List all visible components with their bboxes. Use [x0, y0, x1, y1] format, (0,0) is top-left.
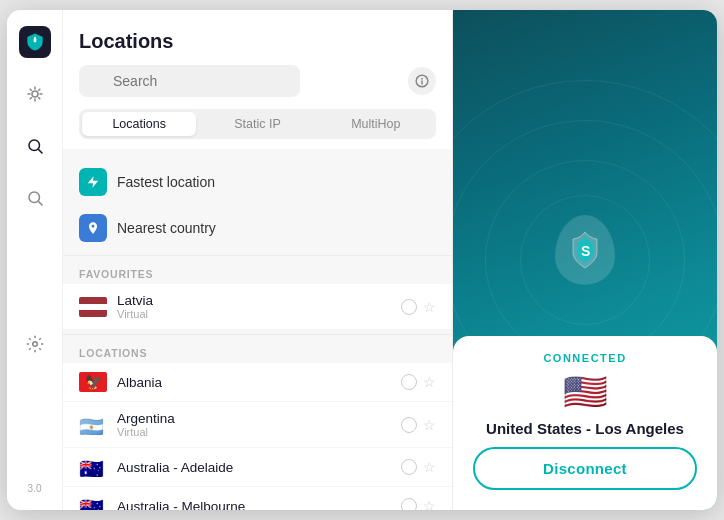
app-window: 3.0 Locations	[7, 10, 717, 510]
svg-point-5	[32, 341, 37, 346]
list-item[interactable]: 🇦🇺 Australia - Melbourne ☆	[63, 487, 452, 510]
connection-card: CONNECTED 🇺🇸 United States - Los Angeles…	[453, 336, 717, 510]
vpn-center-logo: S	[555, 215, 615, 285]
argentina-sub: Virtual	[117, 426, 391, 438]
latvia-name: Latvia	[117, 293, 391, 308]
connected-location: United States - Los Angeles	[486, 420, 684, 437]
version-label: 3.0	[28, 473, 42, 494]
search-icon[interactable]	[19, 182, 51, 214]
location-list: Fastest location Nearest country FAVOURI…	[63, 149, 452, 510]
albania-flag-icon: 🦅	[79, 372, 107, 392]
locations-header: LOCATIONS	[63, 339, 452, 363]
bug-report-icon[interactable]	[19, 78, 51, 110]
divider-1	[63, 255, 452, 256]
australia-adelaide-flag-icon: 🇦🇺	[79, 457, 107, 477]
argentina-name: Argentina	[117, 411, 391, 426]
albania-info: Albania	[117, 375, 391, 390]
australia-adelaide-name: Australia - Adelaide	[117, 460, 391, 475]
info-button[interactable]	[408, 67, 436, 95]
main-panel: Locations	[63, 10, 453, 510]
albania-radio[interactable]	[401, 374, 417, 390]
search-input[interactable]	[79, 65, 300, 97]
tab-static-ip[interactable]: Static IP	[200, 112, 314, 136]
fastest-badge	[79, 168, 107, 196]
search-wrapper	[79, 65, 400, 97]
nearest-badge	[79, 214, 107, 242]
disconnect-button[interactable]: Disconnect	[473, 447, 697, 490]
australia-melbourne-star-icon[interactable]: ☆	[423, 498, 436, 510]
fastest-label: Fastest location	[117, 174, 215, 190]
australia-adelaide-info: Australia - Adelaide	[117, 460, 391, 475]
latvia-actions: ☆	[401, 299, 436, 315]
settings-icon[interactable]	[19, 328, 51, 360]
locations-nav-icon[interactable]	[19, 130, 51, 162]
vpn-shield-icon: S	[555, 215, 615, 285]
albania-name: Albania	[117, 375, 391, 390]
australia-adelaide-star-icon[interactable]: ☆	[423, 459, 436, 475]
search-row	[79, 65, 436, 97]
latvia-flag-icon	[79, 297, 107, 317]
tab-locations[interactable]: Locations	[82, 112, 196, 136]
argentina-flag-icon: 🇦🇷	[79, 415, 107, 435]
albania-star-icon[interactable]: ☆	[423, 374, 436, 390]
argentina-radio[interactable]	[401, 417, 417, 433]
favourites-header: FAVOURITES	[63, 260, 452, 284]
argentina-actions: ☆	[401, 417, 436, 433]
svg-point-3	[29, 192, 40, 203]
divider-2	[63, 334, 452, 335]
svg-point-0	[32, 91, 38, 97]
fastest-location-item[interactable]: Fastest location	[63, 159, 452, 205]
panel-header: Locations	[63, 10, 452, 149]
app-logo[interactable]	[19, 26, 51, 58]
australia-melbourne-flag-icon: 🇦🇺	[79, 496, 107, 510]
australia-melbourne-actions: ☆	[401, 498, 436, 510]
latvia-star-icon[interactable]: ☆	[423, 299, 436, 315]
tab-multihop[interactable]: MultiHop	[319, 112, 433, 136]
australia-adelaide-actions: ☆	[401, 459, 436, 475]
sidebar: 3.0	[7, 10, 63, 510]
svg-text:S: S	[581, 243, 590, 259]
nearest-label: Nearest country	[117, 220, 216, 236]
albania-actions: ☆	[401, 374, 436, 390]
latvia-radio[interactable]	[401, 299, 417, 315]
connection-status-label: CONNECTED	[543, 352, 626, 364]
australia-adelaide-radio[interactable]	[401, 459, 417, 475]
latvia-sub: Virtual	[117, 308, 391, 320]
argentina-info: Argentina Virtual	[117, 411, 391, 438]
right-panel: S CONNECTED 🇺🇸 United States - Los Angel…	[453, 10, 717, 510]
list-item[interactable]: Latvia Virtual ☆	[63, 284, 452, 330]
svg-line-4	[38, 201, 42, 205]
page-title: Locations	[79, 30, 436, 53]
list-item[interactable]: 🦅 Albania ☆	[63, 363, 452, 402]
australia-melbourne-info: Australia - Melbourne	[117, 499, 391, 511]
us-flag-icon: 🇺🇸	[563, 374, 608, 410]
australia-melbourne-radio[interactable]	[401, 498, 417, 510]
svg-marker-11	[88, 176, 99, 188]
latvia-info: Latvia Virtual	[117, 293, 391, 320]
list-item[interactable]: 🇦🇺 Australia - Adelaide ☆	[63, 448, 452, 487]
australia-melbourne-name: Australia - Melbourne	[117, 499, 391, 511]
argentina-star-icon[interactable]: ☆	[423, 417, 436, 433]
svg-point-1	[29, 140, 40, 151]
nearest-country-item[interactable]: Nearest country	[63, 205, 452, 251]
tabs-row: Locations Static IP MultiHop	[79, 109, 436, 139]
svg-line-2	[38, 149, 42, 153]
list-item[interactable]: 🇦🇷 Argentina Virtual ☆	[63, 402, 452, 448]
